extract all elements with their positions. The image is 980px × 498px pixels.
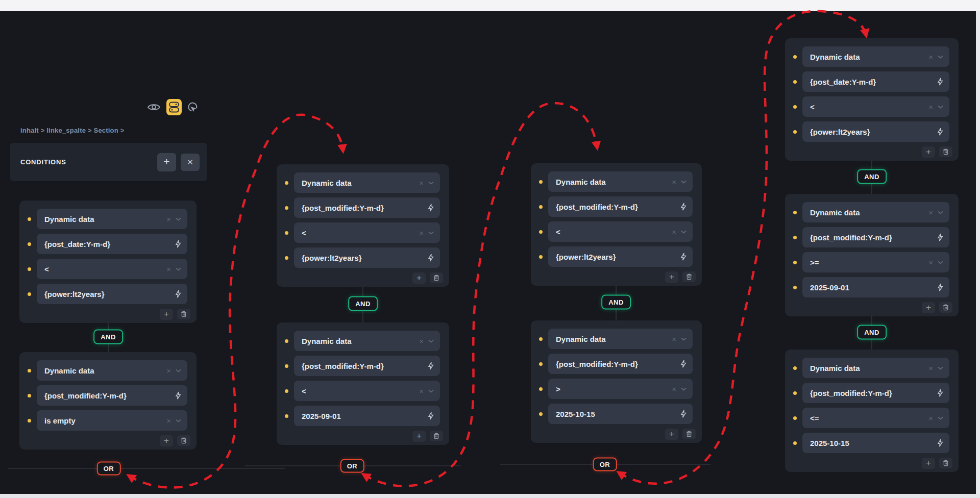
condition-field[interactable]: {power:lt2years} xyxy=(37,284,187,304)
chevron-down-icon[interactable] xyxy=(176,419,181,422)
condition-field[interactable]: {post_modified:Y-m-d} xyxy=(802,383,949,403)
condition-field[interactable]: Dynamic data× xyxy=(802,358,949,378)
condition-field[interactable]: {post_modified:Y-m-d} xyxy=(548,196,693,217)
clear-icon[interactable]: × xyxy=(672,178,676,186)
and-operator-badge[interactable]: AND xyxy=(601,295,631,310)
clear-icon[interactable]: × xyxy=(166,265,171,273)
clear-icon[interactable]: × xyxy=(672,228,676,236)
chevron-down-icon[interactable] xyxy=(681,387,687,391)
eye-icon[interactable] xyxy=(147,102,161,112)
dynamic-data-bolt-icon[interactable] xyxy=(175,290,181,298)
dynamic-data-bolt-icon[interactable] xyxy=(680,410,687,418)
clear-icon[interactable]: × xyxy=(419,337,424,345)
add-condition-group-button[interactable]: + xyxy=(157,153,176,171)
chevron-down-icon[interactable] xyxy=(938,105,943,109)
chevron-down-icon[interactable] xyxy=(681,180,687,184)
clear-icon[interactable]: × xyxy=(419,387,424,395)
add-condition-button[interactable]: + xyxy=(160,435,173,446)
clear-icon[interactable]: × xyxy=(928,209,933,216)
add-condition-button[interactable]: + xyxy=(922,302,935,313)
and-operator-badge[interactable]: AND xyxy=(348,296,378,311)
add-condition-button[interactable]: + xyxy=(412,272,426,284)
add-condition-button[interactable]: + xyxy=(665,429,678,440)
dynamic-data-bolt-icon[interactable] xyxy=(428,412,434,420)
condition-field[interactable]: {post_modified:Y-m-d} xyxy=(548,354,693,374)
condition-field[interactable]: is empty× xyxy=(37,410,187,431)
clear-icon[interactable]: × xyxy=(166,417,171,425)
chevron-down-icon[interactable] xyxy=(938,416,943,420)
clear-icon[interactable]: × xyxy=(928,53,933,61)
condition-field[interactable]: >× xyxy=(548,379,693,399)
or-operator-badge[interactable]: OR xyxy=(593,458,617,471)
condition-field[interactable]: >=× xyxy=(802,252,949,272)
chevron-down-icon[interactable] xyxy=(428,231,434,235)
condition-field[interactable]: {post_modified:Y-m-d} xyxy=(294,356,440,376)
condition-field[interactable]: {post_modified:Y-m-d} xyxy=(802,227,949,247)
add-condition-button[interactable]: + xyxy=(160,309,173,320)
clear-icon[interactable]: × xyxy=(166,215,171,223)
condition-field[interactable]: Dynamic data× xyxy=(294,172,440,193)
clear-icon[interactable]: × xyxy=(928,414,933,422)
condition-field[interactable]: Dynamic data× xyxy=(802,46,949,67)
and-operator-badge[interactable]: AND xyxy=(857,325,887,340)
condition-field[interactable]: {power:lt2years} xyxy=(548,246,693,267)
delete-condition-button[interactable] xyxy=(939,302,952,313)
clear-icon[interactable]: × xyxy=(166,367,171,375)
condition-field[interactable]: 2025-10-15 xyxy=(802,433,949,453)
chevron-down-icon[interactable] xyxy=(938,55,943,59)
dynamic-data-bolt-icon[interactable] xyxy=(937,128,943,136)
dynamic-data-bolt-icon[interactable] xyxy=(680,360,687,368)
condition-field[interactable]: <× xyxy=(802,96,949,117)
dynamic-data-bolt-icon[interactable] xyxy=(428,362,434,370)
condition-field[interactable]: {post_modified:Y-m-d} xyxy=(37,385,187,406)
and-operator-badge[interactable]: AND xyxy=(857,169,887,184)
chevron-down-icon[interactable] xyxy=(176,267,181,271)
clear-icon[interactable]: × xyxy=(928,364,933,372)
add-condition-button[interactable]: + xyxy=(412,431,426,442)
delete-condition-button[interactable] xyxy=(177,309,190,319)
add-condition-button[interactable]: + xyxy=(665,271,678,283)
chevron-down-icon[interactable] xyxy=(681,230,687,234)
condition-field[interactable]: Dynamic data× xyxy=(37,209,187,229)
clear-icon[interactable]: × xyxy=(928,103,933,111)
dynamic-data-bolt-icon[interactable] xyxy=(428,204,434,212)
condition-field[interactable]: <=× xyxy=(802,408,949,428)
condition-field[interactable]: <× xyxy=(294,381,440,401)
delete-condition-button[interactable] xyxy=(430,272,443,283)
condition-field[interactable]: Dynamic data× xyxy=(548,329,693,349)
interaction-pointer-icon[interactable] xyxy=(187,102,199,113)
condition-field[interactable]: <× xyxy=(37,259,187,279)
clear-icon[interactable]: × xyxy=(419,179,424,187)
dynamic-data-bolt-icon[interactable] xyxy=(937,283,943,291)
dynamic-data-bolt-icon[interactable] xyxy=(175,391,181,400)
condition-field[interactable]: Dynamic data× xyxy=(37,360,187,381)
and-operator-badge[interactable]: AND xyxy=(93,330,123,344)
delete-condition-button[interactable] xyxy=(939,458,952,468)
add-condition-button[interactable]: + xyxy=(922,146,935,158)
chevron-down-icon[interactable] xyxy=(428,181,434,185)
or-operator-badge[interactable]: OR xyxy=(340,459,364,473)
clear-icon[interactable]: × xyxy=(672,335,676,343)
chevron-down-icon[interactable] xyxy=(176,217,181,221)
condition-field[interactable]: 2025-09-01 xyxy=(802,277,949,297)
chevron-down-icon[interactable] xyxy=(681,337,687,341)
condition-field[interactable]: Dynamic data× xyxy=(294,331,440,351)
condition-field[interactable]: {post_date:Y-m-d} xyxy=(37,234,187,254)
conditions-icon[interactable] xyxy=(166,99,182,115)
or-operator-badge[interactable]: OR xyxy=(97,462,121,476)
chevron-down-icon[interactable] xyxy=(938,261,943,264)
condition-field[interactable]: Dynamic data× xyxy=(548,171,693,192)
dynamic-data-bolt-icon[interactable] xyxy=(937,233,943,241)
condition-field[interactable]: 2025-10-15 xyxy=(548,404,693,424)
dynamic-data-bolt-icon[interactable] xyxy=(428,254,434,262)
chevron-down-icon[interactable] xyxy=(938,366,943,370)
chevron-down-icon[interactable] xyxy=(428,389,434,393)
add-condition-button[interactable]: + xyxy=(922,458,935,469)
close-conditions-button[interactable]: ✕ xyxy=(181,154,200,171)
condition-field[interactable]: 2025-09-01 xyxy=(294,406,440,426)
condition-field[interactable]: {post_date:Y-m-d} xyxy=(802,71,949,92)
dynamic-data-bolt-icon[interactable] xyxy=(937,78,943,86)
condition-field[interactable]: <× xyxy=(548,221,693,242)
chevron-down-icon[interactable] xyxy=(176,369,181,372)
condition-field[interactable]: {post_modified:Y-m-d} xyxy=(294,197,440,218)
